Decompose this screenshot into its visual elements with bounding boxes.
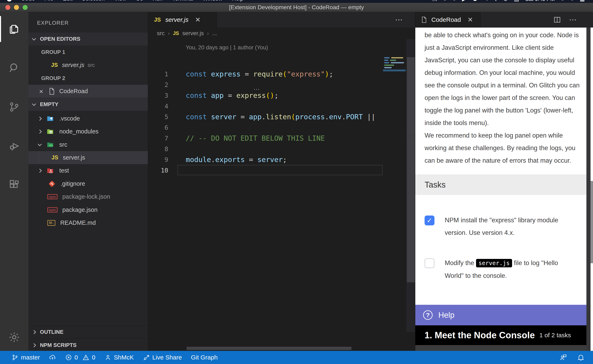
explorer-activity-icon[interactable] [0,14,28,43]
close-icon[interactable]: × [39,88,43,94]
editor-group: JS server.js ✕ ⋯ src › JS server.js › ..… [148,12,415,351]
codelens-annotation[interactable]: You, 20 days ago | 1 author (You) [186,45,268,51]
task-checkbox-unchecked[interactable] [425,258,434,268]
menu-item-window[interactable]: Window [203,0,222,2]
tree-item-vscode-folder[interactable]: .vscode [28,112,148,125]
npm-scripts-section-header[interactable]: NPM SCRIPTS [28,339,148,351]
menubar-status-icon[interactable]: ⊖ [503,0,508,2]
run-debug-activity-icon[interactable] [0,132,28,160]
tree-item-test-folder[interactable]: test [28,164,148,177]
lesson-progress-badge: 1 of 2 tasks [540,332,571,339]
breadcrumb-symbol[interactable]: ... [212,30,217,37]
menubar-status-icon[interactable]: ▶ [462,0,466,2]
open-editor-server-js[interactable]: JS server.js src [28,58,148,72]
tree-item-gitignore[interactable]: .gitignore [28,177,148,190]
menu-item-view[interactable]: View [114,0,126,2]
menu-item-go[interactable]: Go [136,0,143,2]
outline-section-header[interactable]: OUTLINE [28,325,148,338]
breadcrumb-src[interactable]: src [157,30,165,37]
editor-horizontal-scrollbar[interactable] [148,347,406,351]
help-label: Help [438,311,454,319]
menu-item-file[interactable]: File [45,0,53,2]
indent-guide [39,151,39,164]
tree-item-package-lock-json[interactable]: npm package-lock.json [28,190,148,203]
scrollbar-thumb[interactable] [407,57,415,135]
menu-item-edit[interactable]: Edit [63,0,73,2]
minimap[interactable] [383,57,406,98]
code-lines: 1const express = require("express");23co… [148,69,383,176]
close-icon[interactable]: ✕ [195,16,200,24]
scrollbar-thumb[interactable] [187,347,352,350]
tree-item-label: package-lock.json [62,193,110,200]
tree-item-label: README.md [60,219,96,226]
window-title: [Extension Development Host] - CodeRoad … [0,4,593,11]
apple-menu-icon[interactable] [7,0,12,1]
tab-coderoad[interactable]: CodeRoad ✕ [415,12,481,27]
hint-dots: ... [254,85,260,91]
problems-status[interactable]: 0 0 [65,354,95,361]
spotlight-icon[interactable]: ○ [561,0,564,2]
menubar-clock[interactable]: Sat 6:45 PM [525,0,555,2]
git-graph-label: Git Graph [191,354,218,361]
chevron-down-icon [32,102,36,106]
npm-icon: npm [47,207,57,212]
breadcrumb-file[interactable]: server.js [182,30,204,37]
code-editor[interactable]: You, 20 days ago | 1 author (You) 1const… [148,39,415,351]
check-icon: ✓ [427,217,432,224]
git-icon [48,180,56,188]
tree-item-label: .gitignore [60,180,85,187]
menu-item-run[interactable]: Run [153,0,163,2]
lesson-paragraph: We recommend to keep the log panel open … [425,129,581,167]
menu-item-terminal[interactable]: Terminal [172,0,193,2]
git-branch-status[interactable]: master [12,354,40,361]
webview-scrollbar-track[interactable] [586,27,591,351]
tree-item-readme-md[interactable]: M↓ README.md [28,216,148,229]
tab-server-js[interactable]: JS server.js ✕ [148,12,217,27]
split-editor-icon[interactable] [553,16,561,23]
menubar-battery-icon[interactable]: ▤ [514,0,519,2]
settings-gear-icon[interactable] [0,323,28,352]
lesson-title-bar[interactable]: 1. Meet the Node Console 1 of 2 tasks [415,325,586,345]
menubar-status-icon[interactable]: ❐ [432,0,437,2]
tab-label: CodeRoad [431,16,461,23]
folder-section-header-empty[interactable]: EMPTY [28,98,148,111]
webview-scrollbar-thumb[interactable] [591,181,593,263]
menu-item-selection[interactable]: Selection [82,0,105,2]
source-control-icon [8,101,20,113]
menubar-status-icon[interactable]: ✎ [484,0,488,2]
notifications-bell-icon[interactable] [577,353,585,361]
open-editors-header[interactable]: OPEN EDITORS [28,32,148,46]
scrollbar-thumb[interactable] [407,137,415,282]
menubar-status-icon[interactable]: ↓ [495,0,497,2]
task-checkbox-checked[interactable]: ✓ [425,215,434,225]
menubar-status-icon[interactable]: ▲ [472,0,478,2]
open-editor-coderoad[interactable]: × CodeRoad [28,85,148,98]
close-icon[interactable]: ✕ [467,16,473,24]
open-editor-detail: src [88,62,95,68]
tree-item-node-modules-folder[interactable]: JS node_modules [28,125,148,138]
menubar-status-icon[interactable]: ○ [453,0,456,2]
feedback-icon[interactable] [559,353,567,361]
more-actions-icon[interactable]: ⋯ [395,15,403,24]
menu-item-code[interactable]: Code [21,0,35,2]
help-accordion[interactable]: ? Help [415,305,586,325]
extensions-activity-icon[interactable] [0,170,28,199]
control-center-icon[interactable]: ▦ [580,0,585,2]
siri-icon[interactable]: ◑ [570,0,574,2]
menubar-status-icon[interactable]: ○ [443,0,446,2]
javascript-file-icon: JS [52,155,58,161]
tree-item-server-js[interactable]: JS server.js [28,151,148,164]
account-status[interactable]: ShMcK [104,354,134,361]
source-control-activity-icon[interactable] [0,92,28,121]
live-share-button[interactable]: Live Share [143,354,182,361]
code-line: 7// -- DO NOT EDIT BELOW THIS LINE [148,133,383,143]
tree-item-src-folder[interactable]: </> src [28,138,148,151]
more-actions-icon[interactable]: ⋯ [569,15,577,24]
git-graph-button[interactable]: Git Graph [191,354,218,361]
editor-vertical-scrollbar[interactable] [406,39,415,332]
search-activity-icon[interactable] [0,53,28,82]
sync-changes-button[interactable] [49,354,56,361]
tree-item-package-json[interactable]: npm package.json [28,203,148,216]
menu-item-help[interactable]: Help [232,0,243,2]
code-line: 4 [148,101,383,111]
